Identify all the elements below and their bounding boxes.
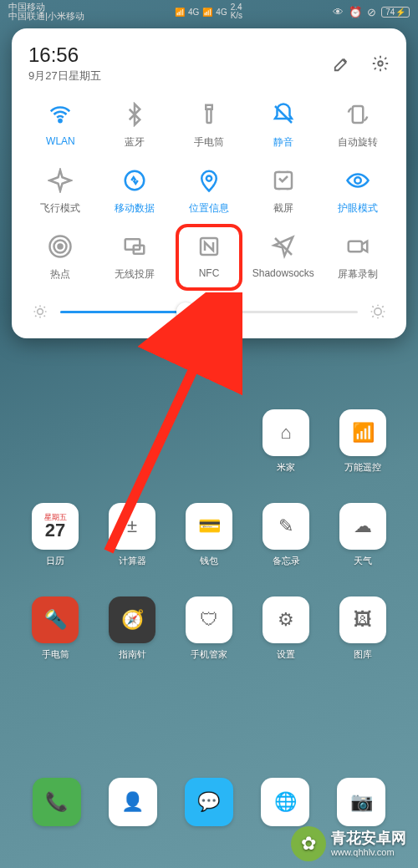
app-天气[interactable]: ☁天气 bbox=[326, 503, 400, 590]
status-right: 👁 ⏰ ⊘ 74 ⚡ bbox=[333, 6, 410, 18]
signal-icon: 📶 bbox=[202, 8, 212, 17]
app-指南针[interactable]: 🧭指南针 bbox=[95, 596, 169, 683]
brightness-knob[interactable] bbox=[176, 302, 195, 321]
tile-label: 静音 bbox=[273, 135, 293, 150]
tile-bluetooth[interactable]: 蓝牙 bbox=[98, 102, 172, 150]
mute-icon bbox=[271, 102, 296, 127]
tile-eyecare[interactable]: 护眼模式 bbox=[320, 168, 395, 216]
app-label: 设置 bbox=[277, 648, 295, 661]
battery-level: 74 ⚡ bbox=[381, 7, 410, 18]
tile-label: Shadowsocks bbox=[252, 267, 314, 279]
app-icon: 💳 bbox=[186, 503, 232, 550]
tile-label: 热点 bbox=[50, 267, 70, 282]
app-icon: ⌂ bbox=[263, 409, 309, 456]
cast-icon bbox=[122, 234, 147, 259]
brightness-low-icon bbox=[32, 303, 48, 320]
tile-mute[interactable]: 静音 bbox=[246, 102, 320, 150]
carrier-2: 中国联通|小米移动 bbox=[8, 12, 84, 21]
svg-point-6 bbox=[206, 175, 212, 180]
app-label: 万能遥控 bbox=[344, 461, 381, 474]
tile-record[interactable]: 屏幕录制 bbox=[320, 234, 395, 282]
panel-date: 9月27日星期五 bbox=[28, 69, 101, 84]
settings-gear-icon[interactable] bbox=[371, 54, 390, 73]
app-empty bbox=[95, 409, 169, 496]
app-icon: 🔦 bbox=[32, 596, 79, 643]
watermark-title: 青花安卓网 bbox=[331, 830, 406, 848]
tile-label: 无线投屏 bbox=[115, 267, 155, 282]
app-手机管家[interactable]: 🛡手机管家 bbox=[172, 596, 246, 683]
tile-label: 蓝牙 bbox=[125, 135, 145, 150]
app-label: 手电筒 bbox=[42, 648, 69, 661]
app-万能遥控[interactable]: 📶万能遥控 bbox=[326, 409, 400, 496]
app-label: 指南针 bbox=[119, 648, 146, 661]
app-钱包[interactable]: 💳钱包 bbox=[172, 503, 246, 590]
edit-icon[interactable] bbox=[333, 54, 351, 73]
svg-rect-3 bbox=[206, 109, 211, 123]
svg-point-8 bbox=[354, 177, 361, 184]
app-label: 天气 bbox=[354, 555, 372, 567]
tile-location[interactable]: 位置信息 bbox=[172, 168, 247, 216]
app-icon: ± bbox=[109, 503, 155, 550]
net-speed: 2.4 K/s bbox=[231, 3, 242, 20]
app-icon: 🖼 bbox=[339, 596, 386, 643]
eye-icon: 👁 bbox=[333, 6, 344, 18]
tile-airplane[interactable]: 飞行模式 bbox=[23, 168, 98, 216]
tile-label: 移动数据 bbox=[115, 201, 155, 216]
dock-app-1[interactable]: 👤 bbox=[94, 778, 171, 826]
svg-point-16 bbox=[38, 309, 43, 315]
tile-flashlight[interactable]: 手电筒 bbox=[172, 102, 247, 150]
alarm-icon: ⏰ bbox=[349, 6, 362, 18]
app-label: 钱包 bbox=[200, 555, 218, 567]
nfc-icon bbox=[196, 234, 222, 259]
tile-hotspot[interactable]: 热点 bbox=[23, 234, 98, 282]
eyecare-icon bbox=[345, 168, 370, 193]
quick-tiles-grid: WLAN蓝牙手电筒静音自动旋转飞行模式移动数据位置信息截屏护眼模式热点无线投屏N… bbox=[23, 102, 395, 282]
app-计算器[interactable]: ±计算器 bbox=[95, 503, 169, 590]
watermark-logo-icon: ✿ bbox=[291, 826, 326, 861]
app-手电筒[interactable]: 🔦手电筒 bbox=[18, 596, 92, 683]
tile-cast[interactable]: 无线投屏 bbox=[98, 234, 172, 282]
app-icon: 🧭 bbox=[109, 596, 155, 643]
tile-label: 截屏 bbox=[273, 201, 293, 216]
status-carriers: 中国移动 中国联通|小米移动 bbox=[8, 3, 84, 21]
dock-app-4[interactable]: 📷 bbox=[324, 778, 400, 826]
dock-app-0[interactable]: 📞 bbox=[18, 778, 94, 826]
app-icon: 🛡 bbox=[186, 596, 232, 643]
app-图库[interactable]: 🖼图库 bbox=[326, 596, 400, 683]
tile-label: 自动旋转 bbox=[338, 135, 378, 150]
net-type-1: 4G bbox=[188, 8, 199, 17]
dock-app-3[interactable]: 🌐 bbox=[247, 778, 324, 826]
svg-rect-15 bbox=[348, 241, 361, 252]
svg-point-1 bbox=[59, 119, 62, 122]
panel-clock: 16:56 bbox=[28, 43, 101, 67]
wlan-icon bbox=[48, 102, 73, 127]
app-设置[interactable]: ⚙设置 bbox=[249, 596, 323, 683]
app-label: 备忘录 bbox=[273, 555, 300, 567]
svg-point-0 bbox=[378, 61, 383, 66]
panel-header: 16:56 9月27日星期五 bbox=[23, 43, 395, 94]
tile-nfc[interactable]: NFC bbox=[172, 234, 247, 282]
app-备忘录[interactable]: ✎备忘录 bbox=[249, 503, 323, 590]
tile-autorotate[interactable]: 自动旋转 bbox=[320, 102, 395, 150]
tile-shadowsocks[interactable]: Shadowsocks bbox=[246, 234, 320, 282]
brightness-slider[interactable] bbox=[60, 311, 358, 313]
shadowsocks-icon bbox=[271, 234, 296, 259]
dock-app-2[interactable]: 💬 bbox=[171, 778, 247, 826]
app-米家[interactable]: ⌂米家 bbox=[249, 409, 323, 496]
tile-data[interactable]: 移动数据 bbox=[98, 168, 172, 216]
panel-datetime[interactable]: 16:56 9月27日星期五 bbox=[28, 43, 101, 84]
tile-screenshot[interactable]: 截屏 bbox=[246, 168, 320, 216]
dock-app-icon: 📷 bbox=[337, 778, 385, 826]
watermark-url: www.qhhlv.com bbox=[331, 847, 406, 858]
tile-wlan[interactable]: WLAN bbox=[23, 102, 98, 150]
app-日历[interactable]: 星期五27日历 bbox=[18, 503, 92, 590]
svg-point-17 bbox=[375, 308, 381, 315]
status-network: 📶 4G 📶 4G 2.4 K/s bbox=[175, 3, 242, 20]
svg-rect-4 bbox=[352, 106, 363, 123]
quick-settings-panel: 16:56 9月27日星期五 WLAN蓝牙手电筒静音自动旋转飞行模式移动数据位置… bbox=[12, 28, 406, 338]
app-label: 图库 bbox=[354, 648, 372, 661]
app-empty bbox=[18, 409, 92, 496]
flashlight-icon bbox=[196, 102, 222, 127]
status-bar: 中国移动 中国联通|小米移动 📶 4G 📶 4G 2.4 K/s 👁 ⏰ ⊘ 7… bbox=[0, 0, 418, 23]
app-icon: ☁ bbox=[339, 503, 386, 550]
